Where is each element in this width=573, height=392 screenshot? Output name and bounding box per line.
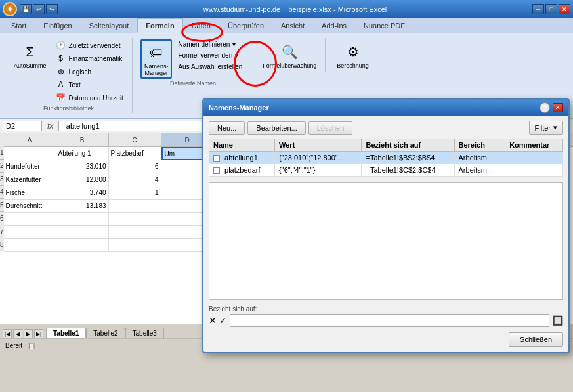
cell-b4[interactable]: 3.740 — [56, 186, 109, 200]
cell-c7[interactable] — [109, 226, 161, 239]
namens-manager-btn[interactable]: 🏷 Namens-Manager — [140, 39, 173, 79]
tab-start[interactable]: Start — [3, 18, 35, 33]
cell-a6[interactable] — [4, 213, 56, 226]
cell-a1[interactable] — [4, 147, 56, 160]
cell-a2[interactable]: Hundefutter — [4, 160, 56, 173]
finanz-btn[interactable]: $ Finanzmathematik — [53, 53, 127, 64]
tab-seitenlayout[interactable]: Seitenlayout — [81, 18, 138, 33]
col-header-bereich: Bereich — [454, 139, 505, 152]
redo-btn[interactable]: ↪ — [46, 4, 58, 14]
namen-definieren-btn[interactable]: Namen definieren▾ — [175, 39, 245, 49]
dialog-close-title-btn[interactable]: ✕ — [553, 103, 563, 112]
status-text: Bereit — [5, 342, 22, 349]
new-name-btn[interactable]: Neu... — [209, 121, 245, 135]
formelueberwachung-btn[interactable]: 🔍 Formelüberwachung — [259, 39, 320, 71]
cell-a4[interactable]: Fische — [4, 186, 56, 200]
tab-addins[interactable]: Add-Ins — [313, 18, 355, 33]
cell-c6[interactable] — [109, 213, 161, 226]
cell-a5[interactable]: Durchschnitt — [4, 200, 56, 213]
dialog-title-bar: Namens-Manager ? ✕ — [203, 100, 568, 116]
sheet-tab-2[interactable]: Tabelle2 — [86, 328, 125, 338]
col-header-c[interactable]: C — [109, 133, 161, 146]
col-header-b[interactable]: B — [56, 133, 109, 146]
cancel-refers-icon[interactable]: ✕ — [209, 315, 217, 326]
cell-b2[interactable]: 23.010 — [56, 160, 109, 173]
refers-to-label: Bezieht sich auf: — [209, 305, 563, 313]
close-dialog-btn[interactable]: Schließen — [509, 332, 563, 347]
names-table: Name Wert Bezieht sich auf Bereich Komme… — [209, 139, 563, 177]
col-header-kommentar: Kommentar — [505, 139, 563, 152]
cell-b1[interactable]: Abteilung 1 — [56, 147, 109, 160]
value-cell-platzbedarf: {"6";"4";"1"} — [275, 164, 362, 177]
cell-c1[interactable]: Platzbedarf — [109, 147, 161, 160]
refers-to-row: ✕ ✓ 🔲 — [209, 314, 563, 327]
berechnung-btn[interactable]: ⚙ Berechnung — [333, 39, 372, 71]
sheet-nav-next[interactable]: ▶ — [24, 329, 33, 338]
tab-nuance[interactable]: Nuance PDF — [355, 18, 414, 33]
ribbon-group-namen: 🏷 Namens-Manager Namen definieren▾ Forme… — [138, 38, 251, 88]
cell-b3[interactable]: 12.800 — [56, 173, 109, 186]
filter-chevron-icon: ▾ — [553, 123, 557, 132]
minimize-btn[interactable]: ─ — [532, 4, 544, 14]
sheet-tab-3[interactable]: Tabelle3 — [125, 328, 164, 338]
zuletzt-btn[interactable]: 🕐 Zuletzt verwendet — [53, 39, 127, 51]
cell-c4[interactable]: 1 — [109, 186, 161, 200]
ribbon-group-funktionsbibliothek: Σ AutoSumme 🕐 Zuletzt verwendet $ Finanz… — [8, 38, 133, 113]
confirm-refers-icon[interactable]: ✓ — [219, 315, 227, 326]
sheet-nav-first[interactable]: |◀ — [3, 329, 12, 338]
tab-ueberprufen[interactable]: Überprüfen — [219, 18, 272, 33]
filter-btn[interactable]: Filter ▾ — [529, 121, 563, 135]
cell-b6[interactable] — [56, 213, 109, 226]
tab-ansicht[interactable]: Ansicht — [272, 18, 313, 33]
cell-c8[interactable] — [109, 239, 161, 252]
refers-cell-platzbedarf: =Tabelle1!$C$2:$C$4 — [362, 164, 454, 177]
dialog-help-btn[interactable]: ? — [540, 102, 550, 113]
refers-to-input[interactable] — [230, 314, 549, 327]
office-button[interactable]: ✦ — [3, 2, 17, 16]
text-icon: A — [56, 80, 66, 89]
delete-name-btn[interactable]: Löschen — [308, 121, 353, 135]
aus-auswahl-btn[interactable]: Aus Auswahl erstellen — [175, 62, 245, 72]
text-btn[interactable]: A Text — [53, 79, 127, 91]
datum-btn[interactable]: 📅 Datum und Uhrzeit — [53, 92, 127, 104]
cell-b8[interactable] — [56, 239, 109, 252]
close-btn[interactable]: ✕ — [559, 4, 570, 14]
sheet-nav-last[interactable]: ▶| — [34, 329, 43, 338]
cell-c3[interactable]: 4 — [109, 173, 161, 186]
sheet-tab-1[interactable]: Tabelle1 — [46, 328, 86, 338]
sheet-nav-prev[interactable]: ◀ — [13, 329, 22, 338]
name-cell-platzbedarf: platzbedarf — [209, 164, 275, 177]
title-bar-left: ✦ 💾 ↩ ↪ — [3, 2, 58, 16]
edit-name-btn[interactable]: Bearbeiten... — [247, 121, 305, 135]
names-row-abteilung[interactable]: abteilung1 {"23.010";"12.800"... =Tabell… — [209, 152, 563, 164]
logisch-btn[interactable]: ⊕ Logisch — [53, 66, 127, 77]
clock-icon: 🕐 — [56, 41, 66, 50]
collapse-dialog-icon[interactable]: 🔲 — [552, 315, 563, 326]
cell-c2[interactable]: 6 — [109, 160, 161, 173]
cell-b7[interactable] — [56, 226, 109, 239]
name-icon — [213, 155, 220, 162]
value-cell-abteilung: {"23.010";"12.800"... — [275, 152, 362, 164]
cell-a3[interactable]: Katzenfutter — [4, 173, 56, 186]
tab-formeln[interactable]: Formeln — [137, 18, 182, 33]
formel-verwenden-btn[interactable]: Formel verwenden▾ — [175, 51, 245, 60]
col-header-a[interactable]: A — [4, 133, 56, 146]
cell-c5[interactable] — [109, 200, 161, 213]
namen-group-label: Definierte Namen — [170, 80, 216, 87]
tab-einfuegen[interactable]: Einfügen — [35, 18, 80, 33]
quick-save-btn[interactable]: 💾 — [20, 4, 32, 14]
dialog-title: Namens-Manager — [209, 104, 269, 112]
cell-b5[interactable]: 13.183 — [56, 200, 109, 213]
ribbon-group-formel: 🔍 Formelüberwachung — [257, 38, 326, 72]
cell-reference-box[interactable] — [3, 121, 42, 131]
scope-cell-abteilung: Arbeitsm... — [454, 152, 505, 164]
autosum-btn[interactable]: Σ AutoSumme — [11, 39, 50, 71]
tab-daten[interactable]: Daten — [183, 18, 219, 33]
cell-a8[interactable] — [4, 239, 56, 252]
scope-cell-platzbedarf: Arbeitsm... — [454, 164, 505, 177]
maximize-btn[interactable]: □ — [545, 4, 557, 14]
cell-a7[interactable] — [4, 226, 56, 239]
logisch-icon: ⊕ — [56, 67, 66, 76]
names-row-platzbedarf[interactable]: platzbedarf {"6";"4";"1"} =Tabelle1!$C$2… — [209, 164, 563, 177]
undo-btn[interactable]: ↩ — [33, 4, 45, 14]
